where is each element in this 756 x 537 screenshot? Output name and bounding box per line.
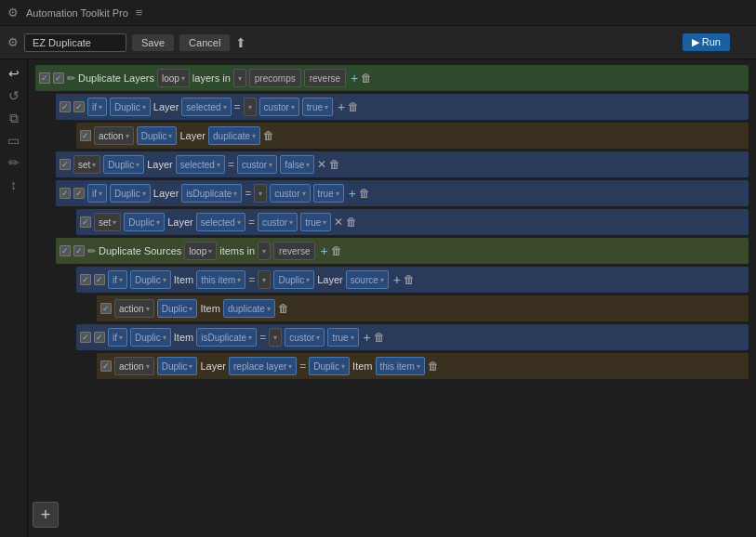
checkbox-5a[interactable]	[60, 188, 71, 199]
trash-button-8[interactable]: 🗑	[404, 273, 415, 286]
menu-icon[interactable]: ≡	[136, 6, 143, 20]
dropdown-thisitem-11[interactable]: this item ▾	[376, 357, 425, 375]
dropdown-true-2[interactable]: true ▾	[302, 98, 333, 116]
dropdown-true-6[interactable]: true ▾	[300, 213, 331, 231]
dropdown-eq-8[interactable]: ▾	[258, 270, 271, 289]
dropdown-duplic-11a[interactable]: Duplic ▾	[157, 357, 198, 375]
dropdown-custor-5[interactable]: custor ▾	[270, 184, 310, 203]
redo-icon[interactable]: ↺	[8, 89, 20, 102]
checkbox-4[interactable]	[60, 159, 71, 170]
run-button[interactable]: ▶ Run	[683, 33, 730, 51]
checkbox-7a[interactable]	[60, 245, 71, 256]
dropdown-true-10[interactable]: true ▾	[327, 328, 358, 347]
dropdown-duplic-8b[interactable]: Duplic ▾	[273, 270, 314, 289]
dropdown-duplic-5[interactable]: Duplic ▾	[110, 184, 151, 203]
dropdown-false-4[interactable]: false ▾	[280, 155, 314, 174]
dropdown-duplic-6[interactable]: Duplic ▾	[124, 213, 165, 231]
checkbox-11[interactable]	[100, 360, 112, 372]
plus-button-2[interactable]: +	[338, 99, 345, 114]
trash-button-2[interactable]: 🗑	[348, 100, 359, 113]
cancel-button[interactable]: Cancel	[179, 34, 230, 51]
dropdown-true-5[interactable]: true ▾	[313, 184, 344, 203]
checkbox-2b[interactable]	[73, 101, 85, 112]
trash-button-9[interactable]: 🗑	[278, 302, 289, 315]
checkbox-5b[interactable]	[73, 188, 85, 199]
dropdown-if-8[interactable]: if ▾	[108, 270, 127, 289]
checkbox-2a[interactable]	[60, 101, 71, 112]
dropdown-action-9[interactable]: action ▾	[114, 299, 154, 318]
dropdown-eq-5[interactable]: ▾	[254, 184, 267, 203]
dropdown-duplic-10[interactable]: Duplic ▾	[130, 328, 171, 347]
dropdown-duplic-9[interactable]: Duplic ▾	[157, 299, 198, 318]
dropdown-set-4[interactable]: set ▾	[73, 155, 100, 174]
checkbox-10a[interactable]	[80, 332, 91, 343]
checkbox-9[interactable]	[100, 303, 112, 314]
checkbox-1b[interactable]	[53, 72, 64, 84]
trash-button-3[interactable]: 🗑	[263, 129, 274, 142]
rect-icon[interactable]: ▭	[7, 134, 20, 147]
dropdown-custor-2[interactable]: custor ▾	[259, 98, 299, 116]
dropdown-action-3[interactable]: action ▾	[94, 126, 134, 145]
dropdown-eq-2[interactable]: ▾	[244, 98, 257, 116]
checkbox-10b[interactable]	[94, 332, 105, 343]
trash-button-10[interactable]: 🗑	[374, 331, 385, 344]
plus-button-5[interactable]: +	[349, 186, 356, 201]
trash-button-5[interactable]: 🗑	[359, 187, 370, 200]
dropdown-loop-7[interactable]: loop ▾	[184, 242, 217, 260]
sort-icon[interactable]: ↕	[10, 178, 17, 191]
plus-button-10[interactable]: +	[364, 330, 371, 345]
dropdown-eq-10[interactable]: ▾	[269, 328, 282, 347]
save-button[interactable]: Save	[132, 34, 174, 51]
plus-button-7[interactable]: +	[320, 243, 327, 258]
script-name-input[interactable]	[24, 33, 126, 52]
checkbox-1a[interactable]	[39, 72, 50, 84]
dropdown-if-2[interactable]: if ▾	[87, 98, 107, 116]
dropdown-set-6[interactable]: set ▾	[94, 213, 121, 231]
checkbox-6[interactable]	[80, 216, 91, 228]
dropdown-loop-1[interactable]: loop ▾	[157, 69, 190, 87]
checkbox-8a[interactable]	[80, 274, 91, 285]
dropdown-duplicate-3[interactable]: duplicate ▾	[208, 126, 260, 145]
dropdown-duplic-11b[interactable]: Duplic ▾	[309, 357, 350, 375]
dropdown-duplic-4[interactable]: Duplic ▾	[103, 155, 144, 174]
dropdown-duplic-2[interactable]: Duplic ▾	[110, 98, 151, 116]
layers-icon[interactable]: ⧉	[9, 111, 19, 124]
dropdown-isduplicate-10[interactable]: isDuplicate ▾	[196, 328, 257, 347]
checkbox-8b[interactable]	[94, 274, 105, 285]
checkbox-3[interactable]	[80, 130, 91, 141]
dropdown-replacelayer-11[interactable]: replace layer ▾	[229, 357, 297, 375]
plus-button-1[interactable]: +	[351, 71, 358, 85]
dropdown-if-10[interactable]: if ▾	[108, 328, 127, 347]
pencil-icon-1[interactable]: ✏	[67, 72, 75, 85]
dropdown-selected-2[interactable]: selected ▾	[181, 98, 231, 116]
pen-icon[interactable]: ✏	[8, 156, 20, 169]
trash-button-6[interactable]: 🗑	[346, 216, 357, 229]
dropdown-custor-10[interactable]: custor ▾	[285, 328, 325, 347]
trash-button-7[interactable]: 🗑	[331, 244, 342, 257]
dropdown-source-8[interactable]: source ▾	[346, 270, 389, 289]
dropdown-custor-4[interactable]: custor ▾	[237, 155, 277, 174]
trash-button-1[interactable]: 🗑	[361, 72, 372, 85]
dropdown-layers-1[interactable]: ▾	[233, 69, 246, 87]
dropdown-thisitem-8[interactable]: this item ▾	[196, 270, 245, 289]
add-button[interactable]: +	[33, 502, 59, 528]
dropdown-selected-4[interactable]: selected ▾	[176, 155, 225, 174]
dropdown-selected-6[interactable]: selected ▾	[196, 213, 245, 231]
undo-icon[interactable]: ↩	[8, 67, 20, 80]
dropdown-if-5[interactable]: if ▾	[87, 184, 107, 203]
trash-button-4[interactable]: 🗑	[329, 158, 340, 171]
gear-icon[interactable]: ⚙	[7, 35, 19, 49]
checkbox-7b[interactable]	[73, 245, 85, 256]
x-button-6[interactable]: ✕	[334, 216, 343, 229]
dropdown-items-7[interactable]: ▾	[258, 242, 271, 260]
plus-button-8[interactable]: +	[393, 272, 401, 287]
dropdown-duplicate-9[interactable]: duplicate ▾	[223, 299, 275, 318]
dropdown-duplic-3[interactable]: Duplic ▾	[137, 126, 178, 145]
trash-button-11[interactable]: 🗑	[428, 360, 439, 373]
dropdown-isduplicate-5[interactable]: isDuplicate ▾	[181, 184, 242, 203]
dropdown-duplic-8a[interactable]: Duplic ▾	[130, 270, 171, 289]
dropdown-custor-6[interactable]: custor ▾	[258, 213, 298, 231]
x-button-4[interactable]: ✕	[317, 158, 326, 171]
dropdown-action-11[interactable]: action ▾	[114, 357, 154, 375]
pencil-icon-7[interactable]: ✏	[87, 245, 96, 257]
